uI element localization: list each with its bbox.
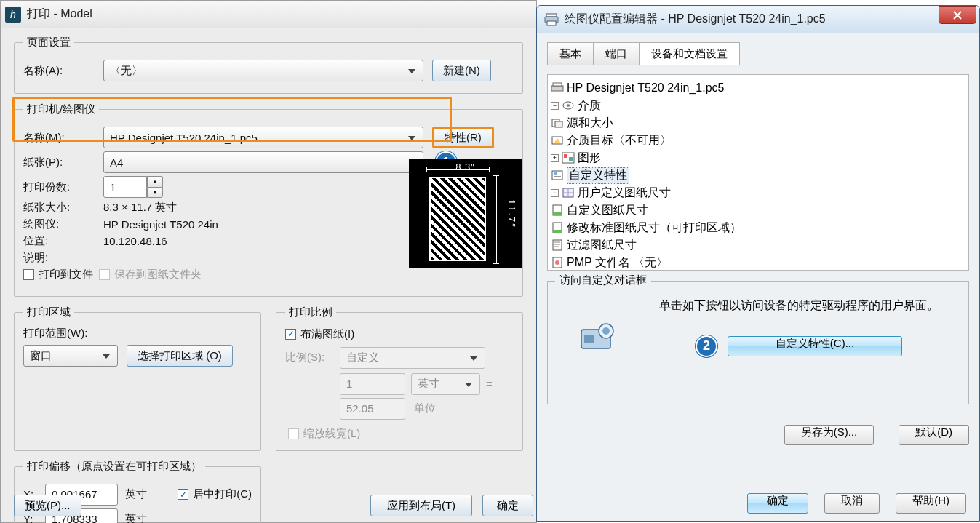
svg-rect-4	[553, 83, 562, 86]
plotter-icon	[551, 82, 564, 94]
tree-root[interactable]: HP Designjet T520 24in_1.pc5	[551, 79, 965, 97]
printer-name-label: 名称(M):	[23, 131, 103, 145]
paper-label: 纸张(P):	[23, 156, 103, 169]
fit-to-paper-checkbox[interactable]: ✓ 布满图纸(I)	[285, 327, 354, 341]
window-title: 打印 - Model	[27, 7, 92, 22]
titlebar: h 打印 - Model	[1, 1, 536, 28]
svg-rect-18	[553, 212, 562, 215]
printer-legend: 打印机/绘图仪	[23, 103, 99, 116]
apply-layout-button[interactable]: 应用到布局(T)	[370, 495, 472, 516]
group-title: 访问自定义对话框	[555, 274, 651, 287]
svg-rect-27	[584, 335, 594, 343]
help-button[interactable]: 帮助(H)	[896, 493, 966, 514]
svg-rect-13	[552, 171, 562, 180]
page-setup-group: 页面设置 名称(A): 〈无〉 新建(N)	[14, 36, 523, 94]
page-name-label: 名称(A):	[23, 64, 103, 78]
scale-unit-dropdown: 英寸	[411, 373, 480, 395]
plotter-value: HP Designjet T520 24in	[103, 218, 218, 231]
print-scale-group: 打印比例 ✓ 布满图纸(I) 比例(S): 自定义 1 英寸 =	[276, 306, 523, 451]
page-icon	[551, 222, 564, 233]
svg-rect-21	[553, 240, 562, 250]
copies-spinner[interactable]: 1 ▲▼	[103, 176, 163, 198]
svg-rect-15	[554, 176, 561, 177]
unit-text: 单位	[414, 402, 436, 415]
save-to-folder-checkbox: 保存到图纸文件夹	[99, 268, 202, 282]
ratio-label: 比例(S):	[285, 351, 340, 364]
paper-size-value: 8.3 × 11.7 英寸	[103, 201, 177, 215]
tree-pmp[interactable]: PMP 文件名 〈无〉	[551, 254, 965, 271]
preview-height: 11.7″	[506, 199, 517, 228]
tree-graphics[interactable]: +图形	[551, 149, 965, 167]
titlebar: 绘图仪配置编辑器 - HP Designjet T520 24in_1.pc5	[537, 6, 979, 33]
driver-icon	[578, 319, 621, 354]
collapse-icon[interactable]: −	[551, 189, 559, 197]
svg-point-26	[602, 327, 610, 335]
print-to-file-checkbox[interactable]: 打印到文件	[23, 268, 93, 282]
tree-custom-props[interactable]: 自定义特性	[551, 167, 965, 184]
close-icon	[952, 11, 963, 20]
custom-dialog-group: 访问自定义对话框 单击如下按钮以访问设备的特定驱动程序的用户界面。 2 自定义特…	[547, 281, 969, 404]
tree-custom-size[interactable]: 自定义图纸尺寸	[551, 201, 965, 219]
preview-width: 8.3″	[455, 161, 475, 172]
file-icon	[551, 257, 564, 268]
page-name-dropdown[interactable]: 〈无〉	[103, 60, 423, 81]
expand-icon[interactable]: +	[551, 154, 559, 162]
printer-properties-button[interactable]: 特性(R)	[432, 127, 494, 148]
graphics-icon	[562, 152, 575, 164]
cancel-button[interactable]: 取消	[824, 493, 880, 514]
tab-basic[interactable]: 基本	[547, 42, 594, 65]
target-icon	[551, 135, 564, 146]
custom-properties-button[interactable]: 自定义特性(C)...	[728, 336, 902, 356]
spin-down-icon[interactable]: ▼	[147, 187, 163, 199]
collapse-icon[interactable]: −	[551, 102, 559, 110]
tree-media-source[interactable]: 源和大小	[551, 114, 965, 132]
svg-point-6	[567, 104, 570, 107]
ok-button[interactable]: 确定	[747, 493, 808, 514]
copies-label: 打印份数:	[23, 180, 103, 194]
plotter-label: 绘图仪:	[23, 217, 103, 231]
scale-numerator: 1	[340, 373, 405, 395]
default-button[interactable]: 默认(D)	[899, 425, 969, 445]
print-area-legend: 打印区域	[23, 306, 74, 319]
svg-rect-11	[564, 154, 567, 158]
paper-preview: 8.3″ 11.7″	[409, 159, 522, 268]
range-dropdown[interactable]: 窗口	[23, 345, 118, 367]
checkbox-checked-icon: ✓	[285, 329, 296, 340]
sizes-icon	[562, 187, 575, 199]
svg-point-23	[555, 260, 559, 265]
preview-button[interactable]: 预览(P)...	[14, 495, 81, 516]
tree-media-target[interactable]: 介质目标〈不可用〉	[551, 132, 965, 149]
app-logo-icon: h	[5, 7, 21, 23]
properties-icon	[551, 169, 564, 181]
scale-lineweight-checkbox: 缩放线宽(L)	[285, 427, 360, 441]
close-button[interactable]	[939, 6, 976, 24]
source-icon	[551, 117, 564, 129]
svg-rect-20	[553, 230, 562, 233]
checkbox-icon	[99, 269, 110, 280]
save-as-button[interactable]: 另存为(S)...	[784, 425, 875, 445]
svg-rect-0	[546, 14, 557, 17]
svg-rect-8	[555, 121, 562, 127]
settings-tree[interactable]: HP Designjet T520 24in_1.pc5 −介质 源和大小 介质…	[547, 74, 969, 271]
new-page-button[interactable]: 新建(N)	[432, 60, 491, 81]
printer-name-dropdown[interactable]: HP Designjet T520 24in_1.pc5	[103, 127, 423, 148]
svg-rect-14	[554, 172, 557, 175]
paper-dropdown[interactable]: A4	[103, 151, 423, 173]
ok-button-left[interactable]: 确定	[482, 495, 533, 516]
checkbox-icon	[288, 428, 299, 439]
description-label: 说明:	[23, 251, 103, 265]
tree-modify-size[interactable]: 修改标准图纸尺寸（可打印区域）	[551, 219, 965, 236]
tree-user-sizes[interactable]: −用户定义图纸尺寸	[551, 184, 965, 201]
svg-rect-2	[547, 21, 556, 25]
select-area-button[interactable]: 选择打印区域 (O)	[127, 345, 233, 367]
spin-up-icon[interactable]: ▲	[147, 176, 163, 187]
hint-text: 单击如下按钮以访问设备的特定驱动程序的用户界面。	[638, 296, 960, 315]
tree-media[interactable]: −介质	[551, 97, 965, 114]
location-value: 10.120.48.16	[103, 235, 167, 247]
range-label: 打印范围(W):	[23, 327, 252, 340]
tree-filter-size[interactable]: 过滤图纸尺寸	[551, 236, 965, 254]
scale-denominator: 52.05	[340, 398, 405, 420]
page-icon	[551, 204, 564, 216]
tab-ports[interactable]: 端口	[593, 42, 640, 65]
tab-device-document[interactable]: 设备和文档设置	[639, 42, 740, 65]
